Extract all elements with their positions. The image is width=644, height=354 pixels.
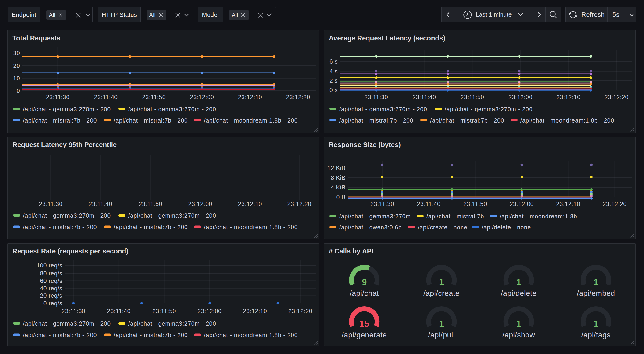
svg-text:/api/chat - moondream:1.8b - 2: /api/chat - moondream:1.8b - 200	[204, 224, 298, 230]
svg-text:/api/delete: /api/delete	[501, 289, 536, 297]
svg-text:0 req/s: 0 req/s	[44, 300, 62, 306]
svg-text:/api/show: /api/show	[502, 331, 535, 339]
svg-text:23:12:00: 23:12:00	[198, 308, 222, 314]
svg-text:/api/chat - mistral:7b - 200: /api/chat - mistral:7b - 200	[23, 224, 97, 230]
svg-text:23:12:00: 23:12:00	[188, 201, 212, 207]
svg-text:/api/chat - mistral:7b: /api/chat - mistral:7b	[426, 213, 484, 220]
svg-text:/api/chat - gemma3:270m - 200: /api/chat - gemma3:270m - 200	[23, 212, 111, 219]
svg-text:8 KiB: 8 KiB	[331, 174, 346, 181]
svg-text:23:11:50: 23:11:50	[142, 94, 166, 100]
svg-text:23:11:30: 23:11:30	[39, 201, 62, 207]
svg-text:/api/create - none: /api/create - none	[418, 224, 468, 231]
svg-text:40 req/s: 40 req/s	[40, 285, 62, 291]
svg-text:23:11:30: 23:11:30	[364, 94, 388, 100]
svg-text:Average Request Latency (secon: Average Request Latency (seconds)	[329, 34, 446, 42]
svg-text:/api/chat - mistral:7b - 200: /api/chat - mistral:7b - 200	[114, 224, 188, 230]
svg-text:20: 20	[13, 63, 20, 69]
svg-text:23:12:00: 23:12:00	[510, 201, 534, 207]
svg-text:# Calls by API: # Calls by API	[329, 247, 374, 255]
svg-text:23:11:50: 23:11:50	[152, 308, 176, 314]
svg-text:/api/chat - mistral:7b - 200: /api/chat - mistral:7b - 200	[430, 117, 504, 124]
svg-text:20 req/s: 20 req/s	[40, 292, 62, 299]
svg-text:/api/chat - qwen3:0.6b: /api/chat - qwen3:0.6b	[339, 224, 402, 231]
svg-text:/api/chat - moondream:1.8b - 2: /api/chat - moondream:1.8b - 200	[204, 332, 298, 338]
svg-text:/api/chat - gemma3:270m - 200: /api/chat - gemma3:270m - 200	[445, 106, 532, 113]
svg-text:23:12:10: 23:12:10	[556, 201, 580, 207]
svg-text:/api/chat - mistral:7b - 200: /api/chat - mistral:7b - 200	[114, 117, 188, 124]
svg-text:23:11:40: 23:11:40	[417, 201, 440, 207]
svg-text:4 KiB: 4 KiB	[331, 184, 346, 191]
svg-text:23:12:10: 23:12:10	[238, 94, 262, 100]
svg-text:1: 1	[516, 277, 521, 287]
svg-text:/api/chat - mistral:7b - 200: /api/chat - mistral:7b - 200	[23, 332, 97, 338]
svg-text:0 s: 0 s	[330, 87, 338, 93]
svg-text:/api/chat - moondream:1.8b - 2: /api/chat - moondream:1.8b - 200	[520, 117, 614, 124]
svg-text:/api/chat: /api/chat	[350, 289, 379, 297]
svg-text:/api/chat - gemma3:270m - 200: /api/chat - gemma3:270m - 200	[339, 106, 427, 113]
svg-text:1: 1	[439, 319, 444, 329]
svg-text:/api/chat - gemma3:270m - 200: /api/chat - gemma3:270m - 200	[23, 106, 111, 113]
svg-text:/api/pull: /api/pull	[428, 331, 455, 339]
svg-text:/api/chat - mistral:7b - 200: /api/chat - mistral:7b - 200	[23, 117, 97, 124]
svg-text:2 s: 2 s	[330, 77, 338, 84]
svg-text:1: 1	[516, 319, 521, 329]
svg-text:Total Requests: Total Requests	[12, 34, 60, 42]
svg-text:23:12:10: 23:12:10	[238, 201, 262, 207]
svg-text:/api/generate: /api/generate	[342, 331, 387, 339]
svg-text:Request Latency 95th Percentil: Request Latency 95th Percentile	[12, 141, 116, 148]
svg-text:23:12:20: 23:12:20	[603, 201, 627, 207]
svg-text:23:12:00: 23:12:00	[190, 94, 214, 100]
svg-text:23:12:20: 23:12:20	[288, 201, 312, 207]
svg-text:/api/tags: /api/tags	[581, 331, 610, 339]
svg-text:/api/chat - gemma3:270m - 200: /api/chat - gemma3:270m - 200	[128, 106, 216, 113]
svg-text:/api/create: /api/create	[424, 289, 460, 297]
svg-text:1: 1	[594, 319, 598, 329]
svg-text:Request Rate (requests per sec: Request Rate (requests per second)	[12, 247, 128, 255]
svg-text:100 req/s: 100 req/s	[36, 262, 62, 269]
svg-text:4 s: 4 s	[330, 68, 338, 75]
svg-text:/api/chat - mistral:7b - 200: /api/chat - mistral:7b - 200	[339, 117, 413, 124]
svg-text:23:12:10: 23:12:10	[243, 308, 267, 314]
svg-text:23:12:00: 23:12:00	[508, 94, 532, 100]
svg-text:23:11:50: 23:11:50	[460, 94, 484, 100]
svg-text:0 B: 0 B	[336, 194, 346, 200]
svg-text:12 KiB: 12 KiB	[327, 165, 346, 171]
svg-text:Response Size (bytes): Response Size (bytes)	[329, 141, 401, 148]
svg-text:10: 10	[13, 75, 20, 82]
svg-text:80 req/s: 80 req/s	[40, 270, 62, 277]
svg-text:/api/chat - gemma3:270m - 200: /api/chat - gemma3:270m - 200	[128, 212, 216, 219]
svg-text:60 req/s: 60 req/s	[40, 277, 62, 284]
svg-text:23:12:20: 23:12:20	[286, 94, 310, 100]
svg-text:23:12:20: 23:12:20	[288, 308, 312, 314]
svg-text:/api/delete - none: /api/delete - none	[482, 224, 531, 231]
svg-text:23:11:50: 23:11:50	[138, 201, 162, 207]
svg-text:0: 0	[16, 88, 20, 94]
svg-text:23:11:40: 23:11:40	[94, 94, 118, 100]
svg-text:23:11:40: 23:11:40	[88, 201, 112, 207]
svg-text:23:11:30: 23:11:30	[370, 201, 394, 207]
svg-text:/api/chat - moondream:1.8b - 2: /api/chat - moondream:1.8b - 200	[204, 117, 298, 124]
svg-text:1: 1	[594, 277, 598, 287]
svg-text:1: 1	[439, 277, 444, 287]
svg-text:23:12:10: 23:12:10	[556, 94, 580, 100]
svg-text:/api/chat - gemma3:270m - 200: /api/chat - gemma3:270m - 200	[23, 320, 111, 327]
svg-text:/api/embed: /api/embed	[577, 289, 615, 297]
svg-text:/api/chat - gemma3:270m: /api/chat - gemma3:270m	[339, 213, 411, 220]
svg-text:23:11:30: 23:11:30	[46, 94, 70, 100]
svg-text:9: 9	[362, 277, 367, 287]
svg-text:23:12:20: 23:12:20	[604, 94, 628, 100]
svg-text:23:11:50: 23:11:50	[463, 201, 487, 207]
svg-text:23:11:40: 23:11:40	[107, 308, 130, 314]
svg-text:/api/chat - gemma3:270m - 200: /api/chat - gemma3:270m - 200	[128, 320, 216, 327]
svg-text:15: 15	[360, 319, 369, 329]
svg-text:/api/chat - mistral:7b - 200: /api/chat - mistral:7b - 200	[114, 332, 188, 338]
svg-text:/api/chat - moondream:1.8b: /api/chat - moondream:1.8b	[500, 213, 577, 220]
svg-text:23:11:40: 23:11:40	[412, 94, 436, 100]
svg-text:6 s: 6 s	[330, 58, 338, 65]
svg-text:30: 30	[13, 50, 20, 56]
svg-text:23:11:30: 23:11:30	[62, 308, 85, 314]
